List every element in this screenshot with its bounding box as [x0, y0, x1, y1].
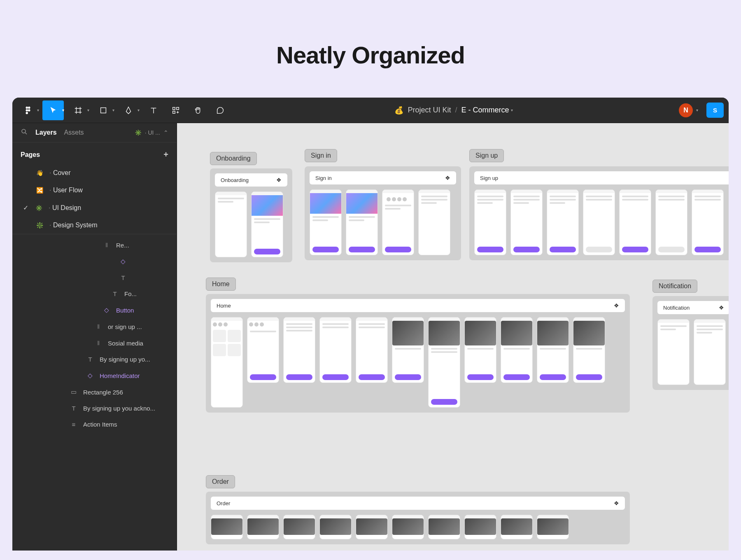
phone-mockup[interactable]	[319, 317, 352, 383]
phone-mockup[interactable]	[474, 189, 506, 255]
phone-mockup[interactable]	[464, 317, 496, 383]
phone-mockup[interactable]	[692, 189, 724, 255]
phone-mockup[interactable]	[501, 317, 533, 383]
phone-mockup[interactable]	[537, 515, 569, 539]
section-onboarding[interactable]: Onboarding❖	[210, 168, 292, 262]
phone-mockup[interactable]	[211, 515, 243, 539]
phone-mockup[interactable]	[382, 189, 414, 255]
section-label-signup[interactable]: Sign up	[469, 149, 504, 162]
section-notification[interactable]: Notification❖	[652, 296, 729, 390]
chevron-down-icon[interactable]: ▾	[511, 108, 513, 112]
page-item-cover[interactable]: 👋 Cover	[12, 164, 177, 182]
phone-mockup[interactable]	[392, 515, 424, 539]
phone-mockup[interactable]	[346, 189, 378, 255]
phone-mockup[interactable]	[310, 189, 342, 255]
component-icon: ❖	[719, 304, 724, 311]
section-label-home[interactable]: Home	[206, 278, 236, 291]
shape-tool-button[interactable]	[93, 100, 114, 120]
search-icon[interactable]	[21, 128, 28, 137]
page-item-label: Design System	[49, 222, 97, 229]
chevron-down-icon[interactable]: ▾	[137, 108, 140, 112]
phone-mockup[interactable]	[215, 191, 247, 257]
phone-mockup[interactable]	[547, 189, 579, 255]
pen-tool-button[interactable]	[118, 100, 139, 120]
section-label-signin[interactable]: Sign in	[305, 149, 337, 162]
layer-item[interactable]: T Fo...	[12, 286, 177, 302]
page-item-uidesign[interactable]: ✓ ✳️ UI Design	[12, 199, 177, 217]
phone-mockup[interactable]	[464, 515, 496, 539]
section-label-order[interactable]: Order	[206, 475, 235, 488]
figma-menu-button[interactable]	[17, 100, 39, 120]
layer-item[interactable]: T By signing up yo...	[12, 351, 177, 367]
section-signin[interactable]: Sign in❖	[305, 166, 461, 260]
chevron-down-icon[interactable]: ▾	[87, 108, 89, 112]
phone-mockup[interactable]	[510, 189, 543, 255]
chevron-down-icon[interactable]: ▾	[62, 108, 64, 112]
phone-mockup[interactable]	[211, 317, 243, 408]
section-order[interactable]: Order❖	[206, 492, 630, 544]
layer-item[interactable]: T By signing up you ackno...	[12, 400, 177, 416]
component-icon: ❇️	[35, 222, 44, 229]
chevron-up-icon[interactable]: ⌃	[163, 129, 168, 136]
figma-window: ▾ ▾ ▾ ▾ ▾	[12, 98, 729, 551]
layer-item[interactable]: ⦀ Re...	[12, 237, 177, 253]
page-indicator[interactable]: · UI ...	[145, 129, 160, 136]
add-page-button[interactable]: +	[163, 150, 168, 159]
phone-mockup[interactable]	[251, 191, 283, 257]
layer-item-button[interactable]: ◇ Button	[12, 302, 177, 318]
layer-item-rectangle[interactable]: ▭ Rectangle 256	[12, 384, 177, 400]
chevron-down-icon[interactable]: ▾	[37, 108, 39, 112]
user-avatar[interactable]: N	[679, 103, 693, 117]
phone-mockup[interactable]	[356, 317, 388, 383]
phone-mockup[interactable]	[428, 515, 460, 539]
section-label-notification[interactable]: Notification	[652, 280, 697, 293]
page-item-userflow[interactable]: 🔀 User Flow	[12, 182, 177, 199]
section-home[interactable]: Home❖	[206, 294, 630, 413]
svg-point-17	[22, 129, 26, 133]
phone-mockup[interactable]	[573, 317, 605, 383]
move-tool-button[interactable]	[42, 100, 64, 120]
layer-item[interactable]: ⦀ Sosial media	[12, 335, 177, 351]
phone-mockup[interactable]	[583, 189, 615, 255]
share-button[interactable]: S	[706, 103, 724, 118]
phone-mockup[interactable]	[537, 317, 569, 383]
canvas[interactable]: Onboarding Onboarding❖ Sign in Sign in❖	[177, 123, 729, 551]
check-icon: ✓	[23, 204, 29, 212]
section-label-onboarding[interactable]: Onboarding	[210, 152, 257, 165]
layer-item-homeindicator[interactable]: ◇ HomeIndicator	[12, 367, 177, 384]
phone-mockup[interactable]	[356, 515, 388, 539]
text-tool-button[interactable]	[143, 100, 164, 120]
section-signup[interactable]: Sign up❖	[469, 166, 729, 260]
phone-mockup[interactable]	[247, 515, 279, 539]
layer-item[interactable]: ◇	[12, 253, 177, 270]
phone-mockup[interactable]	[657, 319, 690, 385]
document-title[interactable]: 💰 Project UI Kit / E - Commerce ▾	[231, 106, 679, 115]
tab-assets[interactable]: Assets	[64, 129, 84, 136]
layer-item-actionitems[interactable]: ≡ Action Items	[12, 416, 177, 432]
page-item-designsystem[interactable]: ❇️ Design System	[12, 217, 177, 234]
frame-tool-button[interactable]	[68, 100, 89, 120]
phone-mockup[interactable]	[428, 317, 460, 408]
phone-mockup[interactable]	[392, 317, 424, 383]
hand-tool-button[interactable]	[187, 100, 209, 120]
phone-mockup[interactable]	[283, 515, 315, 539]
section-title: Sign up	[480, 175, 498, 181]
tab-layers[interactable]: Layers	[35, 129, 57, 136]
svg-rect-13	[177, 107, 179, 110]
phone-mockup[interactable]	[319, 515, 352, 539]
phone-mockup[interactable]	[694, 319, 726, 385]
flow-icon: 🔀	[35, 187, 44, 194]
hero-title: Neatly Organized	[0, 0, 741, 98]
chevron-down-icon[interactable]: ▾	[696, 108, 698, 112]
phone-mockup[interactable]	[501, 515, 533, 539]
comment-tool-button[interactable]	[210, 100, 231, 120]
layer-item[interactable]: T	[12, 270, 177, 286]
phone-mockup[interactable]	[247, 317, 279, 383]
phone-mockup[interactable]	[418, 189, 450, 255]
layer-item[interactable]: ⦀ or sign up ...	[12, 318, 177, 335]
chevron-down-icon[interactable]: ▾	[112, 108, 114, 112]
resources-button[interactable]	[165, 100, 186, 120]
phone-mockup[interactable]	[283, 317, 315, 383]
phone-mockup[interactable]	[655, 189, 687, 255]
phone-mockup[interactable]	[619, 189, 651, 255]
